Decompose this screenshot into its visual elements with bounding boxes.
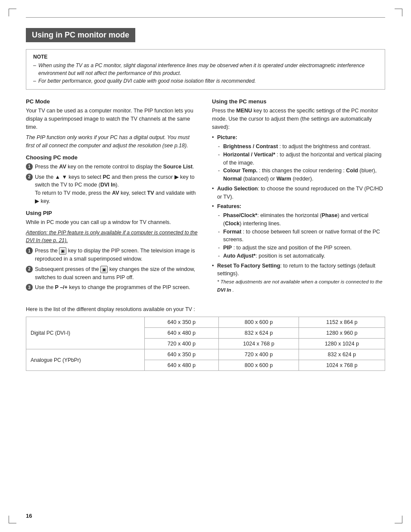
page-number: 16 (26, 513, 32, 519)
using-pc-menus-intro: Press the MENU key to access the specifi… (212, 107, 385, 131)
cell-dvi-3-3: 1280 x 1024 p (299, 339, 385, 349)
pc-mode-body2: The PIP function only works if your PC h… (26, 134, 199, 150)
step-circle-1: 1 (26, 163, 33, 170)
cell-dvi-2-2: 832 x 624 p (218, 328, 299, 339)
step-pip-2-text: Subsequent presses of the ▣ key changes … (35, 265, 199, 282)
right-column: Using the PC menus Press the MENU key to… (212, 98, 385, 297)
step-pip-3: 3 Use the P –/+ keys to change the progr… (26, 283, 199, 292)
using-pip-body1: While in PC mode you can call up a windo… (26, 218, 199, 227)
step-pip-circle-2: 2 (26, 266, 33, 273)
using-pip-attention: Attention: the PIP feature is only avail… (26, 229, 199, 244)
cell-analogue-2-3: 1024 x 768 p (299, 360, 385, 371)
picture-horizontal: Horizontal / Vertical* : to adjust the h… (217, 151, 385, 167)
feature-phase-clock: Phase/Clock*: eliminates the horizontal … (217, 212, 385, 228)
cell-dvi-3-1: 720 x 400 p (144, 339, 218, 349)
step-choose-2: 2 Use the ▲ ▼ keys to select PC and then… (26, 173, 199, 205)
step-pip-2: 2 Subsequent presses of the ▣ key change… (26, 265, 199, 282)
step-pip-1-text: Press the ▣ key to display the PIP scree… (35, 247, 199, 263)
cell-dvi-1-1: 640 x 350 p (144, 317, 218, 328)
cell-analogue-2-1: 640 x 480 p (144, 360, 218, 371)
note-title: NOTE (33, 54, 378, 60)
cell-analogue-1-3: 832 x 624 p (299, 349, 385, 360)
feature-auto-adjust: Auto Adjust*: position is set automatica… (217, 252, 385, 260)
features-sub-list: Phase/Clock*: eliminates the horizontal … (217, 212, 385, 260)
step-pip-circle-3: 3 (26, 284, 33, 291)
note-item-1: When using the TV as a PC monitor, sligh… (33, 62, 378, 77)
note-box: NOTE When using the TV as a PC monitor, … (26, 49, 385, 90)
picture-colour-temp: Colour Temp. : this changes the colour r… (217, 167, 385, 183)
corner-tr (395, 9, 402, 16)
menu-item-reset: Reset To Factory Setting: to return to t… (212, 262, 385, 294)
step-choose-2-text: Use the ▲ ▼ keys to select PC and then p… (35, 173, 199, 205)
using-pc-menus-section: Using the PC menus Press the MENU key to… (212, 98, 385, 131)
left-column: PC Mode Your TV can be used as a compute… (26, 98, 199, 297)
cell-analogue-1-2: 720 x 400 p (218, 349, 299, 360)
menu-items-list: Picture: Brightness / Contrast : to adju… (212, 134, 385, 294)
pc-mode-section: PC Mode Your TV can be used as a compute… (26, 98, 199, 150)
menu-item-features: Features: Phase/Clock*: eliminates the h… (212, 202, 385, 260)
feature-pip: PIP : to adjust the size and position of… (217, 244, 385, 252)
step-circle-2: 2 (26, 174, 33, 180)
cell-dvi-2-1: 640 x 480 p (144, 328, 218, 339)
picture-brightness: Brightness / Contrast : to adjust the br… (217, 143, 385, 151)
using-pc-menus-title: Using the PC menus (212, 98, 385, 105)
choosing-pc-mode-section: Choosing PC mode 1 Press the AV key on t… (26, 154, 199, 205)
pip-key-icon-2: ▣ (100, 266, 108, 273)
using-pip-section: Using PIP While in PC mode you can call … (26, 210, 199, 292)
table-section: Here is the list of the different displa… (26, 305, 385, 371)
choosing-pc-mode-title: Choosing PC mode (26, 154, 199, 161)
corner-br (395, 516, 402, 523)
cell-analogue-1-1: 640 x 350 p (144, 349, 218, 360)
using-pip-title: Using PIP (26, 210, 199, 216)
step-pip-3-text: Use the P –/+ keys to change the program… (35, 283, 190, 292)
pip-key-icon-1: ▣ (59, 247, 66, 255)
cell-dvi-1-3: 1152 x 864 p (299, 317, 385, 328)
label-digital-pc: Digital PC (DVI-I) (26, 317, 145, 349)
table-row-analogue-1: Analogue PC (YPbPr) 640 x 350 p 720 x 40… (26, 349, 385, 360)
note-item-2: For better performance, good quality DVI… (33, 77, 378, 85)
cell-dvi-1-2: 800 x 600 p (218, 317, 299, 328)
footnote-text: * These adjustments are not available wh… (217, 279, 383, 292)
menu-item-audio: Audio Selection: to choose the sound rep… (212, 185, 385, 201)
pc-mode-title: PC Mode (26, 98, 199, 105)
menu-item-picture: Picture: Brightness / Contrast : to adju… (212, 134, 385, 183)
step-choose-1: 1 Press the AV key on the remote control… (26, 163, 199, 171)
step-pip-circle-1: 1 (26, 247, 33, 254)
table-row-dvi-1: Digital PC (DVI-I) 640 x 350 p 800 x 600… (26, 317, 385, 328)
pc-mode-body1: Your TV can be used as a computer monito… (26, 107, 199, 131)
label-analogue-pc: Analogue PC (YPbPr) (26, 349, 145, 371)
page-title: Using in PC monitor mode (26, 28, 135, 42)
resolution-table: Digital PC (DVI-I) 640 x 350 p 800 x 600… (26, 317, 385, 371)
step-choose-1-text: Press the AV key on the remote control t… (35, 163, 194, 171)
two-col-layout: PC Mode Your TV can be used as a compute… (26, 98, 385, 297)
corner-bl (9, 516, 16, 523)
cell-dvi-3-2: 1024 x 768 p (218, 339, 299, 349)
feature-format: Format : to choose between full screen o… (217, 228, 385, 244)
cell-dvi-2-3: 1280 x 960 p (299, 328, 385, 339)
note-list: When using the TV as a PC monitor, sligh… (33, 62, 378, 85)
step-pip-1: 1 Press the ▣ key to display the PIP scr… (26, 247, 199, 263)
table-intro: Here is the list of the different displa… (26, 305, 385, 314)
top-rule (26, 17, 385, 18)
corner-tl (9, 9, 16, 16)
page: Using in PC monitor mode NOTE When using… (0, 0, 411, 532)
picture-sub-list: Brightness / Contrast : to adjust the br… (217, 143, 385, 183)
cell-analogue-2-2: 800 x 600 p (218, 360, 299, 371)
